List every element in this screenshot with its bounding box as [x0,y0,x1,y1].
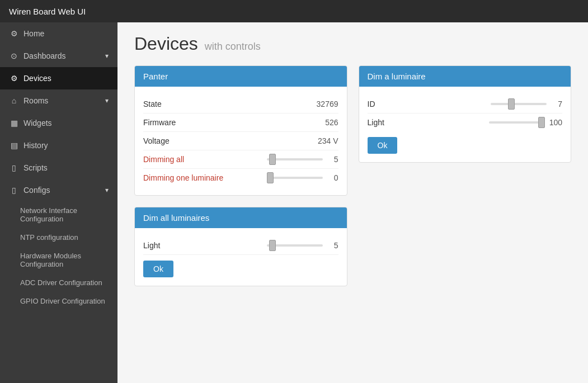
dim-all-slider[interactable] [267,244,323,247]
state-value: 32769 [317,100,338,108]
dim-luminaire-ok-button[interactable]: Ok [368,137,398,154]
id-label: ID [368,100,401,108]
scripts-icon: ▯ [9,163,19,172]
light-row: Light 100 [368,114,563,131]
voltage-row: Voltage 234 V [143,132,338,150]
sidebar-item-gpio-driver[interactable]: GPIO Driver Configuration [0,292,117,310]
sidebar-item-home[interactable]: ⚙ Home [0,22,117,45]
sidebar-label-home: Home [23,29,44,38]
sidebar-sublabel-network: Network Interface Configuration [20,206,109,223]
dimming-one-slider[interactable] [267,177,323,179]
chevron-down-icon-configs: ▾ [105,186,109,194]
sidebar-item-history[interactable]: ▤ History [0,134,117,157]
dim-all-body: Light 5 Ok [135,228,347,286]
dimming-one-row: Dimming one luminaire 0 [143,169,338,187]
cards-grid: Panter State 32769 Firmware 526 Vo [134,65,571,286]
sidebar-sublabel-ntp: NTP configuration [20,233,78,242]
dim-all-title: Dim all luminaires [143,213,209,223]
sidebar-item-scripts[interactable]: ▯ Scripts [0,157,117,179]
dimming-all-label: Dimming all [143,155,244,164]
widgets-icon: ▦ [9,119,19,127]
dim-luminaire-body: ID 7 Light 100 Ok [359,87,571,162]
voltage-value: 234 V [318,136,338,145]
id-slider-container: 7 [401,100,563,108]
firmware-value: 526 [325,118,338,127]
dimming-all-row: Dimming all 5 [143,150,338,169]
chevron-down-icon: ▾ [105,52,109,60]
sidebar-item-ntp-config[interactable]: NTP configuration [0,228,117,247]
topbar: Wiren Board Web UI [0,0,588,22]
dim-all-ok-button[interactable]: Ok [143,261,173,277]
chevron-down-icon-rooms: ▾ [105,97,109,105]
dim-all-slider-container: 5 [244,241,338,250]
dim-luminaire-card: Dim a luminaire ID 7 Light [359,65,572,163]
firmware-label: Firmware [143,118,244,127]
page-header: Devices with controls [134,34,571,54]
sidebar-item-adc-driver[interactable]: ADC Driver Configuration [0,273,117,292]
main-layout: ⚙ Home ⊙ Dashboards ▾ ⚙ Devices ⌂ Rooms … [0,22,588,383]
sidebar-label-scripts: Scripts [23,163,48,172]
history-icon: ▤ [9,141,19,150]
sidebar-item-widgets[interactable]: ▦ Widgets [0,112,117,134]
firmware-row: Firmware 526 [143,114,338,132]
dimming-all-value: 5 [327,155,338,164]
dimming-all-slider[interactable] [267,158,323,160]
page-title: Devices [134,34,198,54]
panter-card-body: State 32769 Firmware 526 Voltage 234 V [135,87,347,195]
sidebar-sublabel-gpio: GPIO Driver Configuration [20,297,105,305]
sidebar-label-history: History [23,141,48,150]
id-slider[interactable] [491,103,547,105]
sidebar-label-widgets: Widgets [23,119,52,127]
state-row: State 32769 [143,95,338,114]
sidebar-label-configs: Configs [23,186,50,195]
sidebar-item-devices[interactable]: ⚙ Devices [0,67,117,89]
configs-icon: ▯ [9,186,19,195]
dim-luminaire-header: Dim a luminaire [359,66,571,87]
app-title: Wiren Board Web UI [9,7,86,16]
sidebar: ⚙ Home ⊙ Dashboards ▾ ⚙ Devices ⌂ Rooms … [0,22,117,383]
rooms-icon: ⌂ [9,96,19,105]
sidebar-label-dashboards: Dashboards [23,51,66,60]
dashboards-icon: ⊙ [9,51,19,60]
panter-card-header: Panter [135,66,347,87]
sidebar-item-rooms[interactable]: ⌂ Rooms ▾ [0,89,117,112]
panter-card: Panter State 32769 Firmware 526 Vo [134,65,347,196]
dim-luminaire-title: Dim a luminaire [368,72,426,81]
sidebar-label-devices: Devices [23,74,51,83]
sidebar-item-hardware-modules[interactable]: Hardware Modules Configuration [0,247,117,273]
home-icon: ⚙ [9,29,19,38]
light-label: Light [368,118,401,127]
dim-all-light-label: Light [143,241,244,250]
dimming-one-value: 0 [327,173,338,182]
sidebar-item-network-interface[interactable]: Network Interface Configuration [0,201,117,228]
sidebar-item-dashboards[interactable]: ⊙ Dashboards ▾ [0,45,117,67]
sidebar-item-configs[interactable]: ▯ Configs ▾ [0,179,117,201]
sidebar-sublabel-hardware: Hardware Modules Configuration [20,252,109,268]
dim-all-light-row: Light 5 [143,237,338,255]
id-value: 7 [551,100,562,108]
page-subtitle: with controls [205,41,261,52]
dim-all-header: Dim all luminaires [135,207,347,228]
dim-all-light-value: 5 [327,241,338,250]
light-slider-container: 100 [401,118,563,127]
voltage-label: Voltage [143,136,244,145]
light-value: 100 [549,118,562,127]
main-content: Devices with controls Panter State 32769 [117,22,588,383]
dim-all-card: Dim all luminaires Light 5 Ok [134,207,347,286]
sidebar-label-rooms: Rooms [23,96,48,105]
dimming-one-slider-container: 0 [244,173,338,182]
devices-icon: ⚙ [9,74,19,83]
state-label: State [143,100,244,108]
panter-title: Panter [143,72,168,81]
id-row: ID 7 [368,95,563,114]
dimming-all-slider-container: 5 [244,155,338,164]
dimming-one-label: Dimming one luminaire [143,173,244,182]
sidebar-sublabel-adc: ADC Driver Configuration [20,278,102,287]
light-slider[interactable] [489,121,545,124]
